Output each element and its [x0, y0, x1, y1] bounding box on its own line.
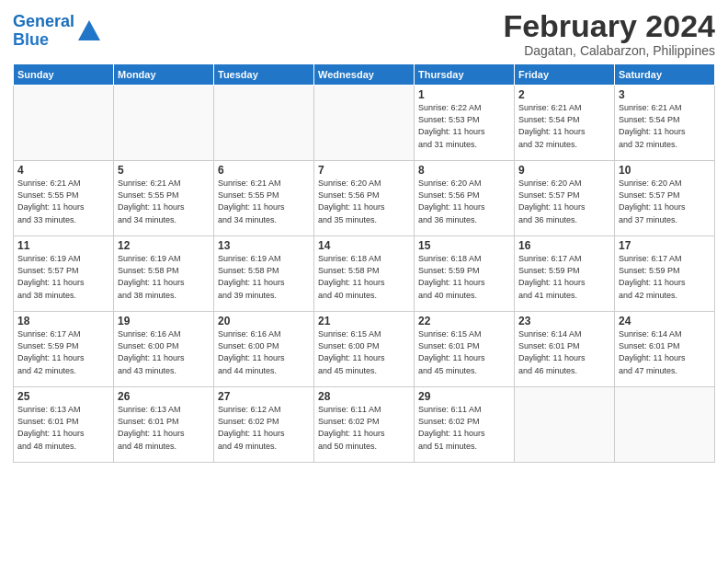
day-number: 19 [118, 315, 210, 327]
header: General Blue February 2024 Dagatan, Cala… [13, 9, 715, 58]
calendar-day-cell [214, 86, 314, 161]
day-info: Sunrise: 6:19 AMSunset: 5:57 PMDaylight:… [17, 253, 109, 301]
calendar-day-cell: 21Sunrise: 6:15 AMSunset: 6:00 PMDayligh… [314, 312, 415, 387]
day-number: 17 [619, 239, 711, 252]
calendar-day-cell: 10Sunrise: 6:20 AMSunset: 5:57 PMDayligh… [615, 161, 715, 236]
day-number: 8 [418, 164, 510, 177]
svg-marker-0 [78, 20, 100, 40]
day-info: Sunrise: 6:21 AMSunset: 5:54 PMDaylight:… [619, 102, 711, 150]
day-number: 14 [318, 239, 410, 252]
day-info: Sunrise: 6:15 AMSunset: 6:00 PMDaylight:… [318, 328, 410, 376]
calendar-table: SundayMondayTuesdayWednesdayThursdayFrid… [13, 63, 715, 463]
calendar-day-cell: 19Sunrise: 6:16 AMSunset: 6:00 PMDayligh… [114, 312, 214, 387]
calendar-day-cell: 9Sunrise: 6:20 AMSunset: 5:57 PMDaylight… [515, 161, 615, 236]
title-area: February 2024 Dagatan, Calabarzon, Phili… [503, 9, 715, 58]
day-info: Sunrise: 6:21 AMSunset: 5:55 PMDaylight:… [218, 178, 310, 225]
calendar-day-cell: 15Sunrise: 6:18 AMSunset: 5:59 PMDayligh… [415, 236, 515, 312]
day-number: 5 [118, 164, 210, 177]
day-info: Sunrise: 6:18 AMSunset: 5:59 PMDaylight:… [418, 253, 510, 301]
day-info: Sunrise: 6:20 AMSunset: 5:57 PMDaylight:… [619, 178, 711, 225]
day-number: 12 [118, 239, 210, 252]
calendar-day-cell: 18Sunrise: 6:17 AMSunset: 5:59 PMDayligh… [14, 312, 114, 387]
calendar-week-row: 1Sunrise: 6:22 AMSunset: 5:53 PMDaylight… [14, 86, 715, 161]
calendar-day-cell: 12Sunrise: 6:19 AMSunset: 5:58 PMDayligh… [114, 236, 214, 312]
calendar-day-cell: 8Sunrise: 6:20 AMSunset: 5:56 PMDaylight… [415, 161, 515, 236]
day-number: 24 [619, 315, 711, 327]
calendar-day-cell: 5Sunrise: 6:21 AMSunset: 5:55 PMDaylight… [114, 161, 214, 236]
calendar-day-cell: 26Sunrise: 6:13 AMSunset: 6:01 PMDayligh… [114, 387, 214, 463]
day-info: Sunrise: 6:17 AMSunset: 5:59 PMDaylight:… [619, 253, 711, 301]
day-info: Sunrise: 6:14 AMSunset: 6:01 PMDaylight:… [518, 328, 610, 376]
calendar-day-cell: 14Sunrise: 6:18 AMSunset: 5:58 PMDayligh… [314, 236, 415, 312]
calendar-day-cell: 6Sunrise: 6:21 AMSunset: 5:55 PMDaylight… [214, 161, 314, 236]
calendar-header-cell: Wednesday [314, 64, 415, 86]
calendar-day-cell [615, 387, 715, 463]
location: Dagatan, Calabarzon, Philippines [503, 43, 715, 58]
logo-text: General Blue [13, 13, 74, 50]
day-info: Sunrise: 6:11 AMSunset: 6:02 PMDaylight:… [418, 404, 510, 452]
day-info: Sunrise: 6:19 AMSunset: 5:58 PMDaylight:… [218, 253, 310, 301]
day-info: Sunrise: 6:19 AMSunset: 5:58 PMDaylight:… [118, 253, 210, 301]
calendar-day-cell: 11Sunrise: 6:19 AMSunset: 5:57 PMDayligh… [14, 236, 114, 312]
calendar-day-cell: 2Sunrise: 6:21 AMSunset: 5:54 PMDaylight… [515, 86, 615, 161]
day-number: 23 [518, 315, 610, 327]
day-number: 18 [17, 315, 109, 327]
day-info: Sunrise: 6:21 AMSunset: 5:55 PMDaylight:… [17, 178, 109, 225]
logo-general: General [13, 12, 74, 30]
day-number: 28 [318, 390, 410, 403]
calendar-week-row: 25Sunrise: 6:13 AMSunset: 6:01 PMDayligh… [14, 387, 715, 463]
calendar-day-cell [114, 86, 214, 161]
calendar-day-cell: 13Sunrise: 6:19 AMSunset: 5:58 PMDayligh… [214, 236, 314, 312]
day-number: 11 [17, 239, 109, 252]
calendar-day-cell: 17Sunrise: 6:17 AMSunset: 5:59 PMDayligh… [615, 236, 715, 312]
calendar-day-cell [515, 387, 615, 463]
calendar-day-cell [314, 86, 415, 161]
day-info: Sunrise: 6:18 AMSunset: 5:58 PMDaylight:… [318, 253, 410, 301]
calendar-header-cell: Tuesday [214, 64, 314, 86]
day-number: 16 [518, 239, 610, 252]
day-number: 27 [218, 390, 310, 403]
day-info: Sunrise: 6:20 AMSunset: 5:56 PMDaylight:… [318, 178, 410, 225]
day-info: Sunrise: 6:16 AMSunset: 6:00 PMDaylight:… [218, 328, 310, 376]
day-info: Sunrise: 6:17 AMSunset: 5:59 PMDaylight:… [17, 328, 109, 376]
day-info: Sunrise: 6:17 AMSunset: 5:59 PMDaylight:… [518, 253, 610, 301]
calendar-week-row: 4Sunrise: 6:21 AMSunset: 5:55 PMDaylight… [14, 161, 715, 236]
calendar-header-cell: Sunday [14, 64, 114, 86]
day-info: Sunrise: 6:20 AMSunset: 5:57 PMDaylight:… [518, 178, 610, 225]
day-number: 21 [318, 315, 410, 327]
day-number: 2 [518, 88, 610, 101]
logo-icon [76, 18, 102, 44]
day-number: 6 [218, 164, 310, 177]
calendar-day-cell: 22Sunrise: 6:15 AMSunset: 6:01 PMDayligh… [415, 312, 515, 387]
calendar-day-cell: 3Sunrise: 6:21 AMSunset: 5:54 PMDaylight… [615, 86, 715, 161]
day-number: 3 [619, 88, 711, 101]
day-number: 25 [17, 390, 109, 403]
calendar-header-row: SundayMondayTuesdayWednesdayThursdayFrid… [14, 64, 715, 86]
calendar-header-cell: Friday [515, 64, 615, 86]
page: General Blue February 2024 Dagatan, Cala… [0, 0, 728, 563]
day-info: Sunrise: 6:21 AMSunset: 5:55 PMDaylight:… [118, 178, 210, 225]
day-info: Sunrise: 6:12 AMSunset: 6:02 PMDaylight:… [218, 404, 310, 452]
day-number: 20 [218, 315, 310, 327]
day-number: 15 [418, 239, 510, 252]
day-info: Sunrise: 6:11 AMSunset: 6:02 PMDaylight:… [318, 404, 410, 452]
day-info: Sunrise: 6:22 AMSunset: 5:53 PMDaylight:… [418, 102, 510, 150]
calendar-day-cell: 16Sunrise: 6:17 AMSunset: 5:59 PMDayligh… [515, 236, 615, 312]
month-title: February 2024 [503, 9, 715, 43]
calendar-week-row: 18Sunrise: 6:17 AMSunset: 5:59 PMDayligh… [14, 312, 715, 387]
day-number: 10 [619, 164, 711, 177]
logo: General Blue [13, 13, 102, 50]
calendar-day-cell: 27Sunrise: 6:12 AMSunset: 6:02 PMDayligh… [214, 387, 314, 463]
calendar-week-row: 11Sunrise: 6:19 AMSunset: 5:57 PMDayligh… [14, 236, 715, 312]
day-info: Sunrise: 6:16 AMSunset: 6:00 PMDaylight:… [118, 328, 210, 376]
day-info: Sunrise: 6:13 AMSunset: 6:01 PMDaylight:… [118, 404, 210, 452]
day-number: 29 [418, 390, 510, 403]
day-info: Sunrise: 6:14 AMSunset: 6:01 PMDaylight:… [619, 328, 711, 376]
calendar-day-cell: 25Sunrise: 6:13 AMSunset: 6:01 PMDayligh… [14, 387, 114, 463]
day-number: 9 [518, 164, 610, 177]
day-number: 7 [318, 164, 410, 177]
calendar-day-cell: 7Sunrise: 6:20 AMSunset: 5:56 PMDaylight… [314, 161, 415, 236]
day-info: Sunrise: 6:13 AMSunset: 6:01 PMDaylight:… [17, 404, 109, 452]
calendar-day-cell: 28Sunrise: 6:11 AMSunset: 6:02 PMDayligh… [314, 387, 415, 463]
calendar-header-cell: Monday [114, 64, 214, 86]
